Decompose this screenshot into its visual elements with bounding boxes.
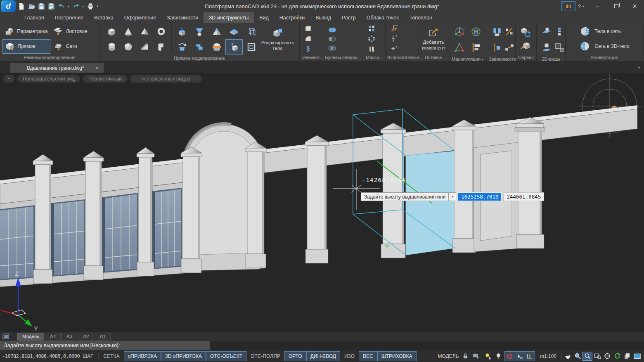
height-value-field[interactable]: 1625258.7019 [458,192,502,201]
cone-icon[interactable] [120,24,137,39]
fullscreen-icon[interactable] [632,352,642,361]
box-icon[interactable] [104,24,120,39]
tab-3d-instrumenty[interactable]: 3D-инструменты [204,12,254,23]
deform-icon[interactable] [451,40,468,55]
torus-icon[interactable] [153,24,170,39]
zoom-window-icon[interactable] [582,352,592,361]
layout-tab-model[interactable]: Модель [17,333,44,341]
construction-point-icon[interactable] [389,45,399,54]
toggle-3d-osnap[interactable]: 3D оПРИВЯЗКА [161,351,206,361]
wireframe-box-icon[interactable] [243,24,260,39]
taper-icon[interactable] [208,24,225,39]
save-all-icon[interactable] [47,1,56,11]
3d-scene[interactable]: Z Y [0,73,644,332]
update-solid-icon[interactable] [519,26,532,38]
toggle-lineweight[interactable]: ВЕС [359,351,377,361]
tab-vyvod[interactable]: Вывод [310,12,336,23]
toggle-dynamic-input[interactable]: ДИН-ВВОД [306,351,340,361]
mesh-mode-button[interactable]: Сети [51,39,97,54]
layout-sheets-icon[interactable] [622,352,632,361]
mesh-to-solid-button[interactable]: Сеть в 3D-тело [576,40,633,53]
toggle-grid[interactable]: СЕТКА [99,351,124,361]
help-button[interactable]: ? [576,3,582,9]
parallel-constraint-icon[interactable] [501,24,518,40]
path-array-icon[interactable] [367,45,376,54]
direct-mode-button[interactable]: Прямое [2,39,50,54]
zoom-rect-icon[interactable] [592,352,602,361]
extrude-icon[interactable] [173,24,191,39]
sheet-mode-button[interactable]: Листовое [51,24,97,39]
tab-oformlenie[interactable]: Оформление [119,12,162,23]
chamfer-edge-icon[interactable] [303,34,313,43]
model-viewport[interactable]: Z Y + Пользовательский вид Реалистичный … [0,73,644,332]
print-icon[interactable] [85,1,95,11]
undo-icon[interactable] [57,1,66,11]
tab-oblaka-tochek[interactable]: Облака точек [361,12,404,23]
tab-zavisimosti[interactable]: Зависимости [161,12,204,23]
maximize-restore-button[interactable] [607,0,625,12]
nanocad-logo-icon[interactable]: d [1,0,16,12]
push-pull-icon[interactable] [225,39,243,54]
imprint-icon[interactable] [243,39,260,54]
add-component-button[interactable]: Добавить компонент [419,26,448,52]
thread-icon[interactable] [303,45,313,54]
sweep-icon[interactable] [191,39,208,54]
toggle-snap-step[interactable]: ШАГ [78,351,97,361]
tab-topoplan[interactable]: Топоплан [404,12,438,23]
help-dropdown-icon[interactable]: ▾ [582,5,588,8]
close-button[interactable]: × [625,0,644,12]
secondary-value-field[interactable]: 244661.0845 [503,192,544,201]
save-icon[interactable] [37,1,46,11]
redo-dropdown-icon[interactable]: ▾ [81,5,85,8]
selection-filter-icon[interactable] [515,352,525,361]
layout-list-icon[interactable] [1,333,11,340]
detail-view-icon[interactable] [551,24,568,40]
construction-line-icon[interactable] [389,34,399,43]
customize-toolbar-icon[interactable]: ⬧ [95,4,99,8]
redo-icon[interactable] [71,1,80,11]
tab-vstavka[interactable]: Вставка [89,12,118,23]
coincident-constraint-icon[interactable] [501,40,518,55]
union-icon[interactable] [327,26,338,34]
toggle-iso[interactable]: ИЗО [340,351,359,361]
document-tab[interactable]: Вдавливание грани.dwg* × [10,63,104,73]
tab-vid[interactable]: Вид [254,12,274,23]
space-mode-label[interactable]: МОДЕЛЬ [436,353,461,359]
minimize-button[interactable]: – [588,0,607,12]
sphere-icon[interactable] [120,39,137,54]
layout-tab-a2[interactable]: A2 [78,333,94,341]
toggle-otrack-object[interactable]: ОТС-ОБЪЕКТ [206,351,246,361]
intersect-icon[interactable] [327,44,338,52]
rectangular-array-icon[interactable] [367,24,376,33]
viewport-split-button[interactable]: + [3,75,14,83]
tab-nastroyki[interactable]: Настройки [274,12,310,23]
subtract-icon[interactable] [327,35,338,43]
regen-icon[interactable] [612,352,622,361]
rotate-gizmo-icon[interactable] [468,24,484,40]
lighting-icon[interactable] [494,352,504,361]
open-icon[interactable] [27,1,36,11]
undo-dropdown-icon[interactable]: ▾ [66,5,71,8]
move-gizmo-icon[interactable] [451,24,468,40]
layout-tab-a4[interactable]: A4 [45,333,61,341]
pan-icon[interactable] [563,352,573,361]
new-document-icon[interactable] [17,1,26,11]
no-constraints-icon[interactable] [505,352,515,361]
monitor-preview-icon[interactable] [471,352,481,361]
toggle-hatch[interactable]: ШТРИХОВКА [377,351,417,361]
view-name-control[interactable]: Пользовательский вид [17,75,80,83]
layout-tab-a3[interactable]: A3 [62,333,77,341]
tab-postroenie[interactable]: Построение [50,12,89,23]
toggle-osnap[interactable]: оПРИВЯЗКА [124,351,161,361]
pyramid-icon[interactable] [137,24,153,39]
layout-tab-a1[interactable]: A1 [95,333,111,341]
drawing-organizer-icon[interactable] [561,1,575,11]
paper-model-lock-icon[interactable] [461,352,471,361]
fillet-edge-icon[interactable] [303,24,313,33]
annotation-scale[interactable]: m1:100 [536,353,561,359]
close-document-icon[interactable]: × [96,65,99,71]
zoom-icon[interactable] [573,352,582,361]
revolve-icon[interactable] [173,39,191,54]
tab-rastr[interactable]: Растр [336,12,361,23]
align-icon[interactable] [468,40,484,55]
